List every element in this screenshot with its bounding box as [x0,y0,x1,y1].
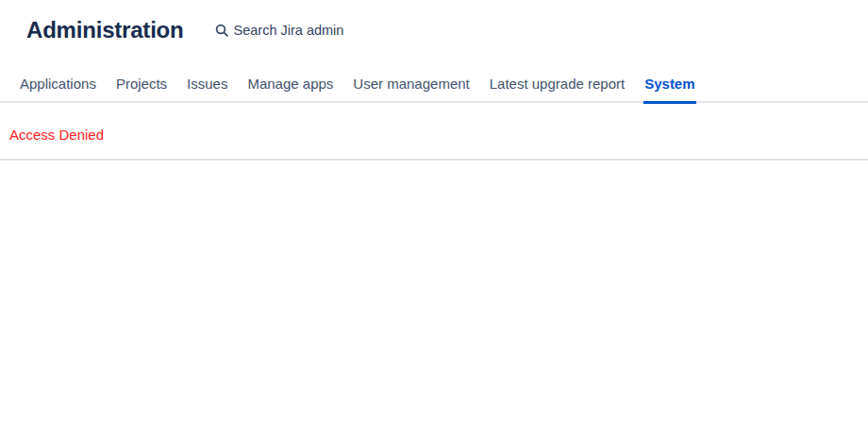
access-denied-message: Access Denied [9,127,104,143]
admin-header: Administration [0,0,868,45]
tab-manage-apps[interactable]: Manage apps [246,74,334,101]
tab-user-management[interactable]: User management [352,74,470,101]
admin-search[interactable] [215,23,404,38]
tab-latest-upgrade-report[interactable]: Latest upgrade report [489,74,626,101]
tab-projects[interactable]: Projects [115,74,168,101]
search-input[interactable] [234,23,404,38]
search-icon[interactable] [215,24,228,37]
tab-applications[interactable]: Applications [19,74,97,101]
empty-content-area [0,161,868,425]
access-denied-section: Access Denied [0,103,868,161]
tab-system[interactable]: System [643,74,695,101]
admin-tab-bar: Applications Projects Issues Manage apps… [0,74,868,103]
jira-admin-page: Administration Applications Projects Iss… [0,0,868,425]
page-title: Administration [26,16,184,44]
tab-issues[interactable]: Issues [186,74,228,101]
